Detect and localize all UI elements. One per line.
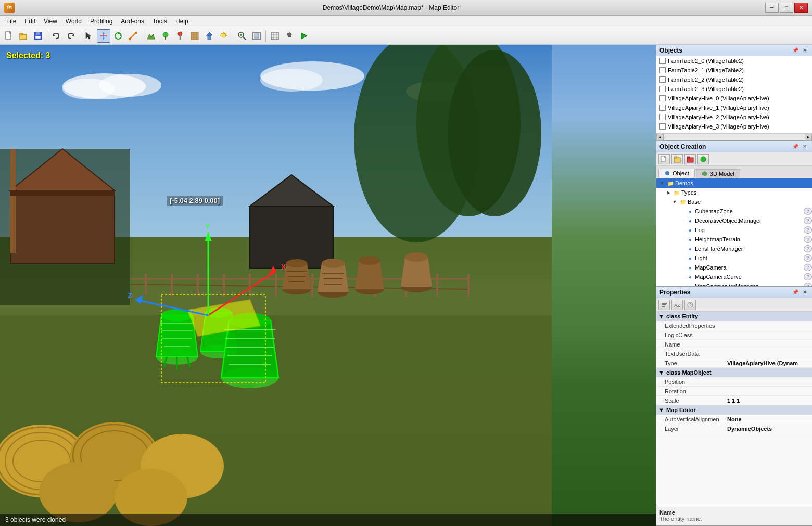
undo-button[interactable] — [49, 29, 63, 43]
menu-profiling[interactable]: Profiling — [86, 17, 117, 26]
scroll-left-button[interactable]: ◂ — [656, 134, 664, 141]
paint-button[interactable] — [173, 29, 187, 43]
tree-item-base[interactable]: ▼ 📁 Base — [656, 197, 812, 207]
list-item[interactable]: VillageApiaryHive_1 (VillageApiaryHive) — [656, 103, 812, 112]
select-button[interactable] — [82, 29, 96, 43]
scale-button[interactable] — [126, 29, 139, 43]
menu-edit[interactable]: Edit — [20, 17, 40, 26]
list-item[interactable]: VillageApiaryHive_0 (VillageApiaryHive) — [656, 94, 812, 103]
objects-list[interactable]: FarmTable2_0 (VillageTable2) FarmTable2_… — [656, 56, 812, 133]
mapobject-section-header[interactable]: ▼ class MapObject — [656, 368, 812, 377]
list-item[interactable]: VillageApiaryHive_3 (VillageApiaryHive) — [656, 122, 812, 131]
help-icon-cubemapzone[interactable]: ? — [804, 208, 812, 215]
tree-item-fog[interactable]: ● Fog ? — [656, 225, 812, 235]
svg-line-31 — [226, 33, 227, 34]
object-checkbox[interactable] — [659, 58, 666, 64]
tree-item-light[interactable]: ● Light ? — [656, 253, 812, 263]
objects-panel-pin[interactable]: 📌 — [791, 46, 800, 55]
properties-content[interactable]: ▼ class Entity ExtendedProperties LogicC… — [656, 312, 812, 507]
list-item[interactable]: VillageApiaryHive_2 (VillageApiaryHive) — [656, 112, 812, 122]
scroll-right-button[interactable]: ▸ — [805, 134, 812, 141]
list-item[interactable]: FarmTable2_1 (VillageTable2) — [656, 66, 812, 75]
list-item[interactable]: FarmTable2_2 (VillageTable2) — [656, 75, 812, 84]
foliage-button[interactable] — [159, 29, 172, 43]
save-button[interactable] — [31, 29, 45, 43]
entity-section-header[interactable]: ▼ class Entity — [656, 312, 812, 321]
tree-item-cubemapzone[interactable]: ● CubemapZone ? — [656, 207, 812, 216]
maximize-button[interactable]: □ — [780, 3, 793, 13]
object-checkbox[interactable] — [659, 67, 666, 73]
creation-panel-close[interactable]: ✕ — [801, 143, 809, 151]
objects-horizontal-scrollbar[interactable]: ◂ ▸ — [656, 133, 812, 140]
tree-item-types[interactable]: ▶ 📁 Types — [656, 188, 812, 197]
creation-edit-button[interactable] — [684, 154, 696, 164]
object-checkbox[interactable] — [659, 86, 666, 92]
viewport[interactable]: X Y Z Selected: 3 [-5.04 2.89 0.00] 3 ob… — [0, 45, 656, 526]
frame-button[interactable] — [250, 29, 263, 43]
help-icon-light[interactable]: ? — [804, 254, 812, 262]
object-checkbox[interactable] — [659, 95, 666, 101]
tree-item-mapcameracurve[interactable]: ● MapCameraCurve ? — [656, 272, 812, 281]
mapeditor-section-header[interactable]: ▼ Map Editor — [656, 405, 812, 415]
list-item[interactable]: FarmTable2_3 (VillageTable2) — [656, 84, 812, 94]
props-sort-button[interactable] — [658, 300, 670, 310]
texture-button[interactable] — [188, 29, 201, 43]
close-button[interactable]: ✕ — [794, 3, 808, 13]
list-item[interactable]: FarmTable2_0 (VillageTable2) — [656, 56, 812, 66]
menu-help[interactable]: Help — [171, 17, 193, 26]
open-button[interactable] — [17, 29, 30, 43]
selected-indicator: Selected: 3 — [6, 51, 50, 60]
grid-button[interactable] — [268, 29, 282, 43]
tree-item-mapcamera[interactable]: ● MapCamera ? — [656, 263, 812, 272]
expander-types[interactable]: ▶ — [665, 189, 672, 196]
rotate-button[interactable] — [111, 29, 125, 43]
help-icon-mapcameracurve[interactable]: ? — [804, 273, 812, 280]
object-checkbox[interactable] — [659, 76, 666, 83]
tree-item-decorative[interactable]: ● DecorativeObjectManager ? — [656, 216, 812, 225]
props-help-button[interactable]: ? — [684, 300, 696, 310]
creation-panel-pin[interactable]: 📌 — [791, 143, 800, 151]
search-zoom-button[interactable] — [235, 29, 249, 43]
creation-new-button[interactable] — [658, 154, 670, 164]
menu-tools[interactable]: Tools — [148, 17, 171, 26]
expander-demos[interactable]: ▼ — [658, 179, 666, 187]
scroll-track[interactable] — [664, 134, 805, 140]
help-icon-decorative[interactable]: ? — [804, 217, 812, 224]
menu-world[interactable]: World — [61, 17, 86, 26]
minimize-button[interactable]: ─ — [765, 3, 779, 13]
menu-addons[interactable]: Add-ons — [117, 17, 148, 26]
expander-base[interactable]: ▼ — [671, 198, 678, 206]
tab-3dmodel[interactable]: 3D Model — [696, 169, 740, 178]
svg-point-51 — [99, 74, 161, 97]
tree-item-lensflare[interactable]: ● LensFlareManager ? — [656, 244, 812, 253]
move-button[interactable] — [97, 29, 110, 43]
help-icon-fog[interactable]: ? — [804, 226, 812, 234]
tree-item-heightmap[interactable]: ● HeightmapTerrain ? — [656, 235, 812, 244]
object-checkbox[interactable] — [659, 123, 666, 130]
creation-tree[interactable]: ▼ 📁 Demos ▶ 📁 Types ▼ 📁 Base — [656, 178, 812, 286]
objects-panel-close[interactable]: ✕ — [801, 46, 809, 55]
menu-view[interactable]: View — [40, 17, 61, 26]
help-icon-lensflare[interactable]: ? — [804, 245, 812, 252]
light-button[interactable] — [217, 29, 231, 43]
creation-green-button[interactable] — [697, 154, 709, 164]
tree-item-mapcompositor[interactable]: ● MapCompositorManager ? — [656, 281, 812, 286]
props-az-button[interactable]: AZ — [671, 300, 683, 310]
object-checkbox[interactable] — [659, 114, 666, 120]
tree-item-demos[interactable]: ▼ 📁 Demos — [656, 178, 812, 188]
play-button[interactable] — [297, 29, 311, 43]
help-icon-mapcompositor[interactable]: ? — [804, 283, 812, 286]
terrain-button[interactable] — [144, 29, 158, 43]
menu-file[interactable]: File — [2, 17, 20, 26]
creation-folder-button[interactable] — [671, 154, 683, 164]
redo-button[interactable] — [64, 29, 78, 43]
help-icon-heightmap[interactable]: ? — [804, 236, 812, 243]
new-button[interactable] — [2, 29, 16, 43]
object-place-button[interactable] — [202, 29, 216, 43]
tab-object[interactable]: Object — [658, 169, 695, 178]
object-checkbox[interactable] — [659, 105, 666, 111]
help-icon-mapcamera[interactable]: ? — [804, 264, 812, 271]
properties-panel-close[interactable]: ✕ — [801, 288, 809, 297]
settings-button[interactable] — [283, 29, 296, 43]
properties-panel-pin[interactable]: 📌 — [791, 288, 800, 297]
